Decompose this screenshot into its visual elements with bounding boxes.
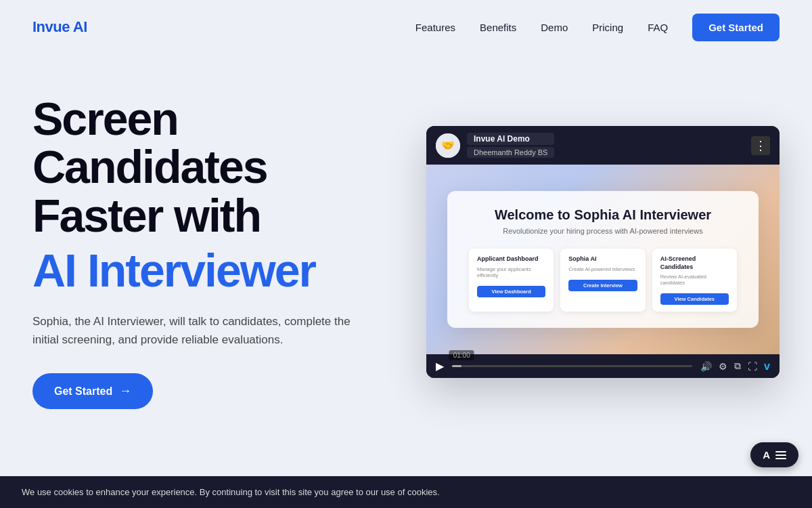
hero-get-started-button[interactable]: Get Started →	[32, 373, 153, 409]
video-channel-sub: Dheemanth Reddy BS	[467, 147, 554, 158]
video-settings-icon[interactable]: ⚙	[719, 361, 727, 372]
accessibility-a-label: A	[763, 449, 770, 461]
cookie-bar: We use cookies to enhance your experienc…	[0, 476, 812, 508]
video-volume-icon[interactable]: 🔊	[700, 361, 712, 372]
hero-btn-label: Get Started	[54, 385, 112, 398]
hero-section: Screen Candidates Faster with AI Intervi…	[0, 54, 812, 436]
hero-title: Screen Candidates Faster with	[32, 95, 386, 240]
video-container: 🤝 Invue AI Demo Dheemanth Reddy BS ⋮ Wel…	[426, 126, 780, 378]
menu-line-3	[775, 458, 786, 459]
video-card-dashboard: Applicant Dashboard Manage your applican…	[469, 249, 554, 312]
video-card-btn-3[interactable]: View Candidates	[660, 293, 729, 305]
nav-link-demo[interactable]: Demo	[541, 22, 568, 33]
video-pip-icon[interactable]: ⧉	[734, 360, 741, 372]
nav-link-faq[interactable]: FAQ	[648, 22, 668, 33]
video-fullscreen-icon[interactable]: ⛶	[748, 361, 757, 372]
video-card-subtitle-1: Manage your applicants efficiently	[477, 266, 545, 278]
nav-get-started-button[interactable]: Get Started	[692, 14, 780, 41]
video-inner-subtitle: Revolutionize your hiring process with A…	[469, 227, 737, 235]
video-inner-card: Welcome to Sophia AI Interviewer Revolut…	[447, 191, 759, 328]
hero-title-line1: Screen Candidates	[32, 93, 267, 192]
video-inner-title: Welcome to Sophia AI Interviewer	[469, 207, 737, 223]
nav-link-features[interactable]: Features	[415, 22, 455, 33]
nav-link-pricing[interactable]: Pricing	[592, 22, 623, 33]
vimeo-logo: v	[764, 360, 770, 373]
hero-title-line2: Faster with	[32, 190, 261, 241]
hero-left: Screen Candidates Faster with AI Intervi…	[32, 95, 386, 409]
hero-subtitle: Sophia, the AI Interviewer, will talk to…	[32, 312, 357, 349]
video-card-title-2: Sophia AI	[568, 255, 637, 263]
nav-logo[interactable]: Invue AI	[32, 18, 87, 36]
video-card-candidates: AI-Screened Candidates Review AI-evaluat…	[652, 249, 737, 312]
video-cards-row: Applicant Dashboard Manage your applican…	[469, 249, 737, 312]
video-content: Welcome to Sophia AI Interviewer Revolut…	[426, 165, 780, 354]
video-progress-fill	[452, 365, 461, 367]
video-labels: Invue AI Demo Dheemanth Reddy BS	[467, 133, 554, 158]
video-progress-bar[interactable]: 01:00	[452, 365, 692, 367]
accessibility-button[interactable]: A	[750, 442, 798, 467]
video-menu-button[interactable]: ⋮	[751, 136, 770, 155]
cookie-text: We use cookies to enhance your experienc…	[22, 487, 440, 497]
video-time-label: 01:00	[449, 350, 474, 360]
video-controls: ▶ 01:00 🔊 ⚙ ⧉ ⛶ v	[426, 354, 780, 378]
video-channel-title: Invue AI Demo	[467, 133, 554, 145]
video-card-title-1: Applicant Dashboard	[477, 255, 545, 263]
video-avatar: 🤝	[436, 133, 460, 158]
nav-link-benefits[interactable]: Benefits	[480, 22, 516, 33]
hero-title-blue: AI Interviewer	[32, 245, 386, 296]
svg-text:🤝: 🤝	[441, 139, 455, 152]
video-card-subtitle-3: Review AI-evaluated candidates	[660, 274, 729, 286]
menu-line-2	[775, 454, 786, 456]
hero-right: 🤝 Invue AI Demo Dheemanth Reddy BS ⋮ Wel…	[426, 126, 780, 378]
video-card-subtitle-2: Create AI-powered interviews	[568, 266, 637, 272]
video-card-btn-1[interactable]: View Dashboard	[477, 286, 545, 297]
nav-links: Features Benefits Demo Pricing FAQ Get S…	[415, 14, 780, 41]
video-controls-right: 🔊 ⚙ ⧉ ⛶ v	[700, 360, 770, 373]
arrow-icon: →	[119, 384, 131, 398]
navbar: Invue AI Features Benefits Demo Pricing …	[0, 0, 812, 54]
menu-line-1	[775, 451, 786, 452]
video-card-btn-2[interactable]: Create Interview	[568, 280, 637, 291]
video-info-bar: 🤝 Invue AI Demo Dheemanth Reddy BS ⋮	[426, 126, 780, 165]
menu-icon	[775, 451, 786, 459]
video-card-title-3: AI-Screened Candidates	[660, 255, 729, 271]
video-play-button[interactable]: ▶	[436, 360, 444, 373]
video-card-sophia: Sophia AI Create AI-powered interviews C…	[560, 249, 645, 312]
